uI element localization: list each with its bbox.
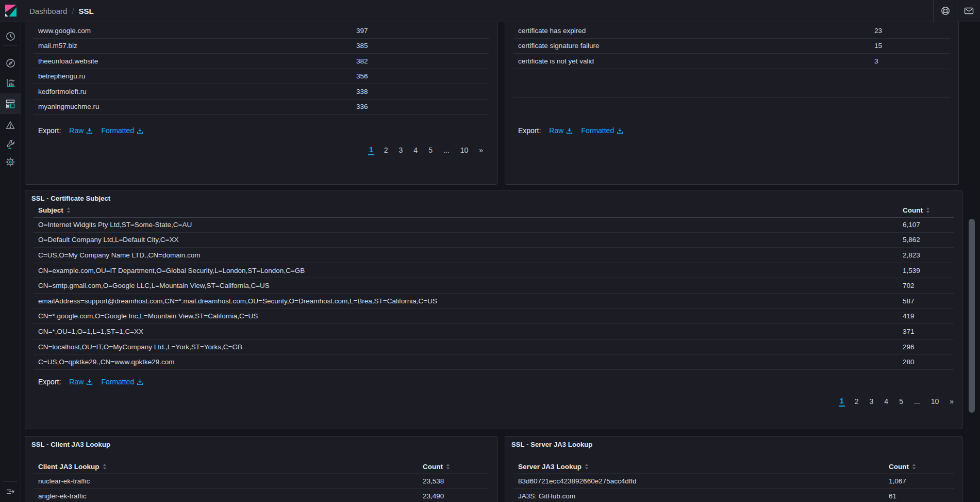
export-formatted-link[interactable]: Formatted (101, 126, 143, 135)
row-label[interactable]: certificate is not yet valid (518, 57, 594, 65)
table-body: O=Internet Widgits Pty Ltd,ST=Some-State… (25, 217, 962, 370)
row-label[interactable]: CN=smtp.gmail.com,O=Google LLC,L=Mountai… (38, 282, 270, 289)
pagination-page-10[interactable]: 10 (459, 145, 470, 155)
page-scrollbar-thumb[interactable] (969, 219, 975, 413)
sort-icon (912, 464, 916, 469)
table-row: kedfortmoleft.ru338 (34, 84, 489, 100)
kibana-dashboard-screen: Dashboard / SSL (0, 0, 980, 502)
panel-title: SSL - Client JA3 Lookup (31, 441, 110, 448)
row-label[interactable]: CN=*.google.com,O=Google Inc,L=Mountain … (38, 312, 258, 320)
row-label[interactable]: 83d60721ecc423892660e275acc4dffd (518, 477, 636, 485)
row-label[interactable]: myaningmuchme.ru (38, 103, 99, 110)
row-label[interactable]: JA3S: GitHub.com (518, 492, 575, 500)
sidebar-divider (3, 481, 18, 482)
compass-icon (6, 58, 15, 68)
table-bottom-border (513, 97, 950, 98)
table-header: Server JA3 Lookup Count (513, 459, 954, 474)
help-button[interactable] (934, 0, 957, 22)
pagination-page-10[interactable]: 10 (930, 397, 940, 406)
breadcrumb-dashboard[interactable]: Dashboard (29, 7, 67, 15)
newsfeed-button[interactable] (957, 0, 980, 22)
export-raw-link[interactable]: Raw (69, 378, 93, 386)
pagination-page-5[interactable]: 5 (427, 145, 434, 155)
kibana-logo[interactable] (0, 0, 21, 22)
pagination-next[interactable]: » (478, 145, 484, 155)
sidebar-item-management[interactable] (0, 153, 21, 171)
row-count: 6,107 (903, 221, 920, 229)
download-icon (137, 379, 143, 385)
row-label[interactable]: nuclear-ek-traffic (38, 477, 90, 485)
table-row: CN=*,OU=1,O=1,L=1,ST=1,C=XX371 (34, 324, 954, 339)
row-label[interactable]: C=US,O=qpktke29.,CN=www.qpktke29.com (38, 358, 175, 366)
row-label[interactable]: CN=example.com,OU=IT Department,O=Global… (38, 267, 305, 274)
pagination-page-1[interactable]: 1 (368, 145, 374, 155)
export-label: Export: (38, 378, 61, 386)
sidebar-item-recently-viewed[interactable] (0, 27, 21, 45)
pagination-page-3[interactable]: 3 (398, 145, 404, 155)
table-header: Client JA3 Lookup Count (34, 459, 489, 474)
export-raw-label: Raw (69, 378, 84, 386)
column-header-server-ja3[interactable]: Server JA3 Lookup (518, 459, 589, 474)
table-row: theeunload.website382 (34, 54, 489, 69)
export-raw-label: Raw (69, 126, 84, 135)
column-header-label: Client JA3 Lookup (38, 463, 99, 471)
row-label[interactable]: theeunload.website (38, 57, 98, 65)
column-header-subject[interactable]: Subject (38, 203, 71, 217)
table-row: myaningmuchme.ru336 (34, 100, 489, 115)
row-label[interactable]: CN=*,OU=1,O=1,L=1,ST=1,C=XX (38, 328, 143, 335)
row-count: 336 (356, 103, 368, 110)
row-label[interactable]: angler-ek-traffic (38, 492, 87, 500)
column-header-client-ja3[interactable]: Client JA3 Lookup (38, 459, 107, 474)
top-bar: Dashboard / SSL (0, 0, 980, 22)
export-formatted-link[interactable]: Formatted (101, 378, 143, 386)
row-label[interactable]: betrephengu.ru (38, 72, 86, 80)
sidebar-item-visualize[interactable] (0, 74, 21, 91)
download-icon (86, 379, 93, 385)
export-raw-link[interactable]: Raw (69, 126, 93, 135)
row-count: 2,823 (903, 251, 920, 259)
row-label[interactable]: certificate signature failure (518, 42, 600, 50)
download-icon (137, 127, 143, 134)
row-label[interactable]: mail.m57.biz (38, 42, 77, 50)
column-header-count[interactable]: Count (903, 203, 930, 217)
wrench-icon (6, 139, 15, 149)
sidebar-item-dashboard[interactable] (0, 95, 21, 112)
column-header-count[interactable]: Count (423, 459, 450, 474)
pagination-next[interactable]: » (949, 397, 955, 406)
pagination-page-2[interactable]: 2 (383, 145, 389, 155)
sidebar-divider (3, 45, 18, 46)
help-icon (940, 6, 951, 16)
row-label[interactable]: O=Default Company Ltd,L=Default City,C=X… (38, 236, 179, 244)
row-label[interactable]: certificate has expired (518, 27, 586, 35)
pagination-page-3[interactable]: 3 (869, 397, 875, 406)
panel-top-left: www.google.com397mail.m57.biz385theeunlo… (25, 22, 497, 185)
sort-icon (926, 207, 930, 213)
export-formatted-label: Formatted (101, 378, 134, 386)
pagination-page-2[interactable]: 2 (854, 397, 860, 406)
row-label[interactable]: O=Internet Widgits Pty Ltd,ST=Some-State… (38, 221, 192, 229)
sidebar-item-discover[interactable] (0, 54, 21, 72)
row-label[interactable]: kedfortmoleft.ru (38, 88, 87, 95)
row-count: 280 (903, 358, 915, 366)
column-header-label: Count (889, 463, 909, 471)
sidebar-item-dev-tools[interactable] (0, 135, 21, 153)
row-label[interactable]: emailAddress=support@dreamhost.com,CN=*.… (38, 297, 437, 305)
table-row: O=Internet Widgits Pty Ltd,ST=Some-State… (34, 217, 954, 233)
panel-certificate-subject: SSL - Certificate Subject Subject Count … (25, 190, 962, 429)
column-header-count[interactable]: Count (889, 459, 916, 474)
row-count: 296 (903, 343, 915, 351)
row-label[interactable]: www.google.com (38, 27, 91, 35)
export-formatted-link[interactable]: Formatted (581, 126, 623, 135)
collapse-nav-button[interactable] (0, 483, 21, 500)
row-count: 5,862 (903, 236, 920, 244)
row-label[interactable]: C=US,O=My Company Name LTD.,CN=domain.co… (38, 251, 200, 259)
pagination-page-4[interactable]: 4 (412, 145, 419, 155)
pagination-page-4[interactable]: 4 (883, 397, 889, 406)
sidebar-item-alerts[interactable] (0, 116, 21, 134)
row-label[interactable]: CN=localhost,OU=IT,O=MyCompany Ltd.,L=Yo… (38, 343, 242, 351)
export-raw-link[interactable]: Raw (549, 126, 573, 135)
export-label: Export: (38, 126, 61, 135)
pagination-page-5[interactable]: 5 (898, 397, 904, 406)
bar-chart-icon (6, 78, 15, 88)
pagination-page-1[interactable]: 1 (839, 396, 845, 407)
